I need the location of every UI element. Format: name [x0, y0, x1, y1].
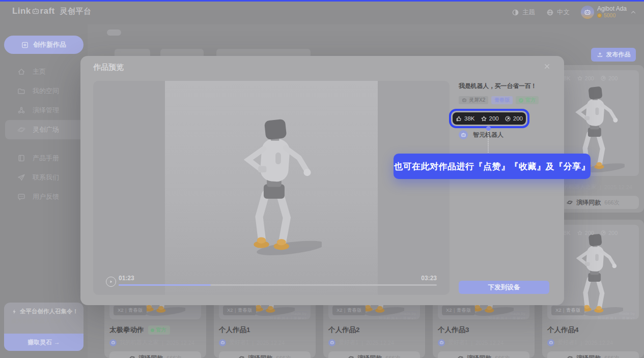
- author-avatar: [547, 339, 554, 346]
- deploy-to-device-button[interactable]: 下发到设备: [459, 281, 549, 294]
- sidebar-item[interactable]: 我的空间: [0, 81, 88, 101]
- model-tag: X2｜青春版: [114, 306, 147, 315]
- sidebar-item-icon: [17, 106, 25, 114]
- play-icon: [108, 279, 114, 285]
- language-label: 中文: [557, 8, 570, 17]
- author-name[interactable]: 爱好者1: [229, 339, 249, 346]
- username: Agibot Ada: [597, 6, 627, 12]
- logo-text-prefix: Link: [12, 6, 31, 16]
- robot-figure: [563, 230, 623, 317]
- sidebar-item-label: 用户反馈: [33, 192, 59, 201]
- model-tag: X2｜青春版: [551, 306, 584, 315]
- sidebar-item-label: 演绎管理: [33, 106, 59, 115]
- card-author-line: 爱好者1 | 2025.12.24: [438, 339, 529, 346]
- share-icon: [505, 115, 511, 122]
- share-button[interactable]: 200: [505, 115, 523, 122]
- logo-text-cn: 灵创平台: [60, 7, 92, 16]
- publish-date: 2025.12.24: [257, 340, 285, 346]
- card-author-line: 我的机器人之家 | 2025.12.24: [109, 339, 201, 346]
- work-title[interactable]: 个人作品1: [219, 325, 250, 335]
- publish-date: 2025.12.24: [166, 340, 194, 346]
- author-name[interactable]: 爱好者1: [339, 339, 358, 346]
- author-name[interactable]: 爱好者1: [448, 339, 468, 346]
- user-menu[interactable]: Agibot Ada 5000: [581, 6, 637, 19]
- sidebar-item[interactable]: 用户反馈: [0, 187, 88, 206]
- earn-gems-button[interactable]: 赚取灵石 →: [4, 334, 83, 351]
- shares-stat[interactable]: 200: [600, 230, 618, 236]
- robot-avatar-icon: [330, 340, 334, 345]
- progress-bar[interactable]: [119, 284, 437, 286]
- create-new-work-button[interactable]: 创作新作品: [4, 36, 83, 54]
- planet-icon: [238, 355, 244, 358]
- video-scene: [165, 81, 378, 295]
- replay-same-button[interactable]: 演绎同款 666次: [109, 351, 201, 358]
- language-switcher[interactable]: 中文: [546, 8, 570, 17]
- publish-date: 2025.12.24: [604, 184, 632, 190]
- sidebar-item[interactable]: 产品手册: [0, 148, 88, 168]
- shares-stat[interactable]: 200: [600, 75, 618, 81]
- sidebar-item[interactable]: 联系我们: [0, 168, 88, 187]
- made-by-watermark: made by 智元机器人｜灵犀X2: [488, 311, 525, 319]
- robot-figure: [222, 112, 322, 258]
- sidebar-item-icon: [17, 193, 25, 201]
- star-icon: [577, 75, 583, 81]
- sidebar-item-label: 灵创广场: [33, 125, 59, 134]
- video-player[interactable]: 01:23 03:23: [93, 81, 450, 295]
- planet-icon: [129, 355, 135, 358]
- work-title[interactable]: 个人作品2: [328, 325, 360, 335]
- coin-icon: [597, 13, 602, 18]
- publish-work-button[interactable]: 发布作品: [591, 48, 636, 62]
- star-icon: [577, 230, 583, 236]
- favorites-stat[interactable]: 200: [577, 230, 594, 236]
- user-info: Agibot Ada 5000: [597, 6, 627, 19]
- author-name[interactable]: 我的机器人之家: [120, 339, 159, 346]
- feed-tab[interactable]: [107, 29, 121, 36]
- sidebar-item-icon: [17, 87, 25, 95]
- work-title: 我是机器人，买一台省一百！: [459, 82, 537, 91]
- work-title[interactable]: 个人作品3: [438, 325, 469, 335]
- edition-tag: 青春版: [491, 96, 513, 104]
- avatar[interactable]: [581, 6, 594, 19]
- favorites-stat[interactable]: 200: [577, 75, 594, 81]
- author-name[interactable]: 爱好者1: [557, 339, 577, 346]
- sidebar-item-icon: [17, 173, 25, 182]
- made-by-watermark: made by 智元机器人｜灵犀X2: [597, 311, 635, 319]
- topbar-actions: 主题 中文 Agibot Ada 5000: [512, 0, 637, 24]
- favorite-button[interactable]: 200: [481, 115, 499, 122]
- globe-icon: [546, 9, 554, 16]
- work-title[interactable]: 太极拳动作: [109, 325, 144, 335]
- robot-avatar-icon: [439, 340, 444, 345]
- like-button[interactable]: 38K: [456, 115, 474, 122]
- progress-fill: [119, 284, 211, 286]
- sidebar-item-label: 产品手册: [33, 154, 59, 163]
- author-avatar: [219, 339, 226, 346]
- work-author-row[interactable]: 智元机器人: [459, 130, 503, 139]
- check-icon: ✓: [519, 98, 523, 103]
- top-accent-line: [0, 0, 644, 2]
- work-title[interactable]: 个人作品4: [547, 325, 579, 335]
- lightning-icon: [11, 309, 17, 315]
- play-button[interactable]: [106, 277, 116, 287]
- official-badge: 官方: [148, 325, 170, 335]
- replay-same-button[interactable]: 演绎同款 666次: [328, 351, 420, 358]
- card-author-line: 爱好者1 | 2025.12.24: [219, 339, 311, 346]
- sidebar-item[interactable]: 主页: [0, 62, 88, 81]
- replay-same-button[interactable]: 演绎同款 666次: [219, 351, 311, 358]
- model-tag: 灵犀X2: [459, 96, 488, 104]
- replay-same-button[interactable]: 演绎同款 666次: [547, 351, 639, 358]
- theme-toggle[interactable]: 主题: [512, 8, 535, 17]
- promo-subtitle: 成为首批"机器人导演"！: [11, 318, 68, 325]
- sidebar-item-label: 我的空间: [33, 86, 59, 96]
- sidebar-item[interactable]: 演绎管理: [0, 101, 88, 120]
- made-by-watermark: made by 智元机器人｜灵犀X2: [269, 311, 306, 319]
- theme-label: 主题: [522, 8, 535, 17]
- card-title-row: 个人作品4: [547, 325, 639, 335]
- app-logo: Linkraft 灵创平台: [12, 6, 91, 16]
- robot-icon: [462, 98, 467, 103]
- robot-avatar-icon: [111, 340, 116, 345]
- robot-logo-icon: [32, 7, 40, 15]
- replay-same-button[interactable]: 演绎同款 666次: [438, 351, 529, 358]
- tour-connector-dot: [486, 126, 491, 131]
- plus-square-icon: [21, 41, 29, 49]
- author-avatar: [328, 339, 335, 346]
